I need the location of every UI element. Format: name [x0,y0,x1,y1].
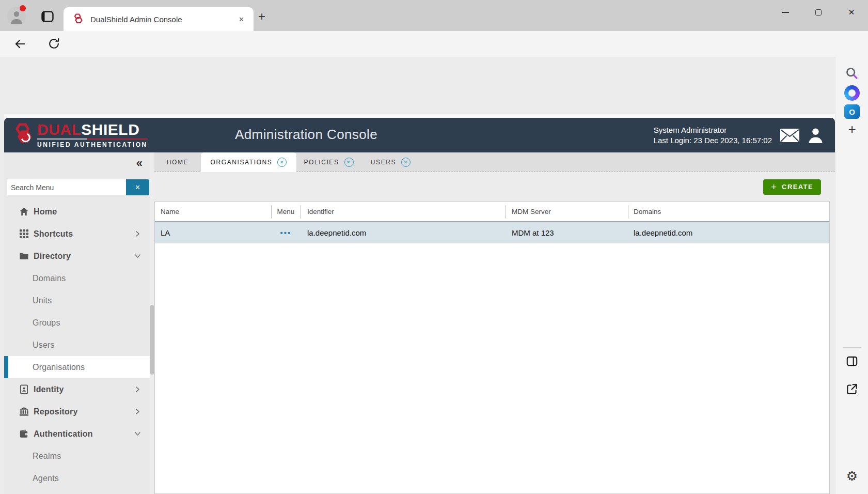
tab-actions-icon[interactable] [41,11,54,22]
mail-icon[interactable] [780,128,800,143]
search-input[interactable] [7,179,126,195]
cell-domains: la.deepnetid.com [628,228,829,237]
browser-address-bar: https://mfa.la.deepnetid.com:8073/dac/#/… [0,31,868,57]
sidebar-item-identity[interactable]: Identity [4,378,150,400]
dualshield-page: DUALSHIELD UNIFIED AUTHENTICATION Admini… [4,114,835,494]
notification-dot [20,5,26,11]
dualshield-logo: DUALSHIELD UNIFIED AUTHENTICATION [12,121,148,148]
shield-logo-icon [12,122,34,146]
cell-identifier: la.deepnetid.com [301,228,506,237]
sidebar-divider [843,347,861,348]
close-tab-icon[interactable]: ✕ [344,158,354,167]
row-menu-icon[interactable]: ••• [271,228,301,237]
user-icon[interactable] [808,128,824,143]
m365-icon[interactable] [835,85,868,101]
chevron-right-icon [134,230,141,237]
user-name: System Administrator [654,125,772,135]
add-sidebar-icon[interactable]: + [835,123,868,135]
refresh-icon[interactable] [48,37,60,50]
outlook-icon[interactable]: O [835,104,868,119]
bing-search-icon[interactable] [835,66,868,81]
home-icon [19,207,29,217]
new-tab-icon[interactable]: + [258,11,265,22]
maximize-icon[interactable] [802,1,835,24]
logo-tagline: UNIFIED AUTHENTICATION [37,138,148,148]
close-icon: ✕ [135,183,140,191]
sidebar-item-domains[interactable]: Domains [4,267,150,289]
chevron-down-icon [134,253,141,259]
app-header: DUALSHIELD UNIFIED AUTHENTICATION Admini… [4,118,835,152]
sidebar: « ✕ Home Shortcuts [4,152,150,494]
workspace-tab-strip: HOME ORGANISATIONS ✕ POLICIES ✕ USERS ✕ [154,152,835,172]
sidebar-item-authentication[interactable]: Authentication [4,423,150,445]
chevron-down-icon [134,430,141,437]
browser-tab[interactable]: DualShield Admin Console ✕ [64,7,254,31]
sidebar-item-directory[interactable]: Directory [4,245,150,267]
sidebar-item-users[interactable]: Users [4,334,150,356]
folder-icon [19,251,29,261]
app-body: « ✕ Home Shortcuts [4,152,835,494]
bank-icon [19,407,29,416]
page-title: Administration Console [235,127,377,143]
clear-search-button[interactable]: ✕ [126,179,149,195]
logo-shield: SHIELD [81,121,139,138]
back-icon[interactable] [13,37,27,51]
sidebar-item-realms[interactable]: Realms [4,445,150,467]
chevron-right-icon [134,408,141,415]
sidebar-item-home[interactable]: Home [4,200,150,223]
sidebar-menu: Home Shortcuts Directory Domains Units [4,200,150,494]
person-icon [9,9,24,24]
column-header-name: Name [155,202,271,222]
minimize-icon[interactable] [769,1,802,24]
sidebar-search: ✕ [7,179,149,195]
browser-viewport: DUALSHIELD UNIFIED AUTHENTICATION Admini… [0,57,868,494]
dualshield-favicon [72,13,84,25]
sidebar-scrollbar[interactable] [150,152,154,494]
plus-icon: + [771,183,777,191]
close-tab-icon[interactable]: ✕ [277,158,287,167]
sidebar-item-units[interactable]: Units [4,289,150,312]
logo-dual: DUAL [37,121,81,138]
collapse-sidebar-icon[interactable]: « [136,157,143,170]
user-block: System Administrator Last Login: 23 Dec … [654,118,824,152]
close-tab-icon[interactable]: ✕ [401,158,411,167]
tab-close-icon[interactable]: ✕ [235,14,247,24]
toolbar: + CREATE [154,172,835,202]
column-header-menu: Menu [271,202,301,222]
column-header-domains: Domains [628,202,829,222]
cell-mdm-server: MDM at 123 [506,228,628,237]
window-close-icon[interactable]: ✕ [835,1,868,24]
table-header: Name Menu Identifier MDM Server Domains [155,202,829,222]
sidebar-item-agents[interactable]: Agents [4,467,150,489]
organisations-table: Name Menu Identifier MDM Server Domains … [154,202,830,494]
sidebar-item-repository[interactable]: Repository [4,400,150,423]
window-controls: ✕ [769,0,868,25]
content-area: HOME ORGANISATIONS ✕ POLICIES ✕ USERS ✕ [154,152,835,494]
tab-policies[interactable]: POLICIES ✕ [296,152,361,172]
sidebar-item-organisations[interactable]: Organisations [4,356,150,378]
last-login: Last Login: 23 Dec 2023, 16:57:02 [654,135,772,146]
column-header-mdm-server: MDM Server [506,202,628,222]
sidebar-item-shortcuts[interactable]: Shortcuts [4,223,150,245]
settings-gear-icon[interactable]: ⚙ [835,469,868,483]
sidebar-panel-icon[interactable] [835,354,868,368]
tab-title: DualShield Admin Console [90,15,235,24]
wallet-icon [19,429,29,439]
tab-users[interactable]: USERS ✕ [361,152,420,172]
tab-home[interactable]: HOME [154,152,201,172]
grid-icon [19,229,29,239]
column-header-identifier: Identifier [301,202,506,222]
tab-organisations[interactable]: ORGANISATIONS ✕ [201,152,296,172]
sidebar-item-logon-procedures[interactable]: Logon Procedures [4,489,150,494]
create-button[interactable]: + CREATE [763,179,821,195]
id-card-icon [19,384,29,394]
chevron-right-icon [134,386,141,393]
table-row[interactable]: LA ••• la.deepnetid.com MDM at 123 la.de… [155,222,829,243]
edge-sidebar: O + ⚙ [835,57,868,494]
scrollbar-thumb[interactable] [150,305,154,375]
sidebar-item-groups[interactable]: Groups [4,312,150,334]
cell-name: LA [155,228,271,237]
open-external-icon[interactable] [835,382,868,396]
browser-tab-bar: DualShield Admin Console ✕ + ✕ [0,0,868,31]
